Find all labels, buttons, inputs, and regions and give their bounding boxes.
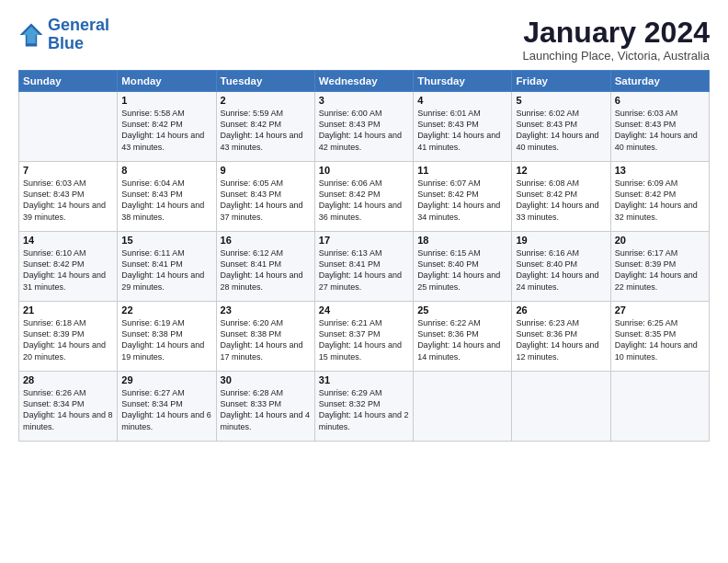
svg-marker-1 xyxy=(23,26,40,43)
day-number: 27 xyxy=(615,304,705,316)
day-number: 7 xyxy=(23,165,113,176)
day-number: 10 xyxy=(319,165,409,176)
day-number: 30 xyxy=(221,374,311,385)
cell-info: Sunrise: 5:59 AMSunset: 8:42 PMDaylight:… xyxy=(221,108,311,153)
cell-info: Sunrise: 6:25 AMSunset: 8:35 PMDaylight:… xyxy=(615,317,705,362)
calendar-body: 1 Sunrise: 5:58 AMSunset: 8:42 PMDayligh… xyxy=(19,92,710,442)
cell-info: Sunrise: 6:26 AMSunset: 8:34 PMDaylight:… xyxy=(23,387,113,432)
day-number: 18 xyxy=(417,235,507,246)
week-row-5: 28 Sunrise: 6:26 AMSunset: 8:34 PMDaylig… xyxy=(19,372,710,442)
cell-w3-d4: 17 Sunrise: 6:13 AMSunset: 8:41 PMDaylig… xyxy=(314,232,413,302)
header: General Blue January 2024 Launching Plac… xyxy=(18,17,710,63)
col-wednesday: Wednesday xyxy=(314,71,413,92)
cell-w3-d7: 20 Sunrise: 6:17 AMSunset: 8:39 PMDaylig… xyxy=(610,232,709,302)
cell-info: Sunrise: 6:09 AMSunset: 8:42 PMDaylight:… xyxy=(615,178,705,223)
day-number: 23 xyxy=(221,304,311,316)
subtitle: Launching Place, Victoria, Australia xyxy=(522,49,710,63)
cell-info: Sunrise: 6:10 AMSunset: 8:42 PMDaylight:… xyxy=(23,247,113,293)
cell-info: Sunrise: 6:22 AMSunset: 8:36 PMDaylight:… xyxy=(417,317,507,362)
day-number: 6 xyxy=(615,95,705,106)
cell-info: Sunrise: 6:20 AMSunset: 8:38 PMDaylight:… xyxy=(221,317,311,362)
day-number: 31 xyxy=(319,374,409,385)
calendar-header: Sunday Monday Tuesday Wednesday Thursday… xyxy=(19,71,710,92)
day-number: 24 xyxy=(319,304,409,316)
cell-w1-d4: 3 Sunrise: 6:00 AMSunset: 8:43 PMDayligh… xyxy=(314,92,413,162)
cell-w1-d7: 6 Sunrise: 6:03 AMSunset: 8:43 PMDayligh… xyxy=(610,92,709,162)
day-number: 20 xyxy=(615,235,705,246)
cell-w5-d6 xyxy=(512,372,610,442)
cell-info: Sunrise: 6:16 AMSunset: 8:40 PMDaylight:… xyxy=(516,247,606,293)
day-number: 17 xyxy=(319,235,409,246)
title-block: January 2024 Launching Place, Victoria, … xyxy=(522,17,710,63)
cell-w2-d5: 11 Sunrise: 6:07 AMSunset: 8:42 PMDaylig… xyxy=(414,162,512,232)
day-number: 2 xyxy=(221,95,311,106)
cell-info: Sunrise: 6:21 AMSunset: 8:37 PMDaylight:… xyxy=(319,317,409,362)
day-number: 8 xyxy=(121,165,211,176)
day-number: 26 xyxy=(516,304,606,316)
day-number: 14 xyxy=(23,235,113,246)
day-number: 19 xyxy=(516,235,606,246)
cell-info: Sunrise: 6:06 AMSunset: 8:42 PMDaylight:… xyxy=(319,178,409,223)
cell-info: Sunrise: 6:12 AMSunset: 8:41 PMDaylight:… xyxy=(221,247,311,293)
cell-w5-d5 xyxy=(414,372,512,442)
cell-info: Sunrise: 6:28 AMSunset: 8:33 PMDaylight:… xyxy=(221,387,311,432)
day-number: 16 xyxy=(221,235,311,246)
col-thursday: Thursday xyxy=(414,71,512,92)
page: General Blue January 2024 Launching Plac… xyxy=(0,0,728,563)
week-row-2: 7 Sunrise: 6:03 AMSunset: 8:43 PMDayligh… xyxy=(19,162,710,232)
cell-info: Sunrise: 6:01 AMSunset: 8:43 PMDaylight:… xyxy=(417,108,507,153)
week-row-4: 21 Sunrise: 6:18 AMSunset: 8:39 PMDaylig… xyxy=(19,302,710,372)
cell-info: Sunrise: 6:29 AMSunset: 8:32 PMDaylight:… xyxy=(319,387,409,432)
cell-w5-d1: 28 Sunrise: 6:26 AMSunset: 8:34 PMDaylig… xyxy=(19,372,118,442)
cell-w1-d6: 5 Sunrise: 6:02 AMSunset: 8:43 PMDayligh… xyxy=(512,92,610,162)
day-number: 15 xyxy=(121,235,211,246)
day-number: 21 xyxy=(23,304,113,316)
cell-info: Sunrise: 6:08 AMSunset: 8:42 PMDaylight:… xyxy=(516,178,606,223)
cell-w4-d5: 25 Sunrise: 6:22 AMSunset: 8:36 PMDaylig… xyxy=(414,302,512,372)
cell-info: Sunrise: 6:13 AMSunset: 8:41 PMDaylight:… xyxy=(319,247,409,293)
header-row: Sunday Monday Tuesday Wednesday Thursday… xyxy=(19,71,710,92)
day-number: 22 xyxy=(121,304,211,316)
cell-info: Sunrise: 6:04 AMSunset: 8:43 PMDaylight:… xyxy=(121,178,211,223)
col-sunday: Sunday xyxy=(19,71,118,92)
cell-w2-d1: 7 Sunrise: 6:03 AMSunset: 8:43 PMDayligh… xyxy=(19,162,118,232)
calendar-table: Sunday Monday Tuesday Wednesday Thursday… xyxy=(18,70,710,442)
logo-icon xyxy=(18,22,44,48)
logo: General Blue xyxy=(18,17,109,53)
cell-w2-d4: 10 Sunrise: 6:06 AMSunset: 8:42 PMDaylig… xyxy=(314,162,413,232)
cell-info: Sunrise: 6:11 AMSunset: 8:41 PMDaylight:… xyxy=(121,247,211,293)
day-number: 28 xyxy=(23,374,113,385)
cell-info: Sunrise: 6:27 AMSunset: 8:34 PMDaylight:… xyxy=(121,387,211,432)
cell-w4-d4: 24 Sunrise: 6:21 AMSunset: 8:37 PMDaylig… xyxy=(314,302,413,372)
cell-info: Sunrise: 6:19 AMSunset: 8:38 PMDaylight:… xyxy=(121,317,211,362)
cell-info: Sunrise: 6:03 AMSunset: 8:43 PMDaylight:… xyxy=(23,178,113,223)
cell-info: Sunrise: 6:05 AMSunset: 8:43 PMDaylight:… xyxy=(221,178,311,223)
cell-info: Sunrise: 6:00 AMSunset: 8:43 PMDaylight:… xyxy=(319,108,409,153)
cell-w5-d7 xyxy=(610,372,709,442)
cell-w2-d2: 8 Sunrise: 6:04 AMSunset: 8:43 PMDayligh… xyxy=(118,162,216,232)
day-number: 12 xyxy=(516,165,606,176)
cell-w3-d2: 15 Sunrise: 6:11 AMSunset: 8:41 PMDaylig… xyxy=(118,232,216,302)
cell-w3-d5: 18 Sunrise: 6:15 AMSunset: 8:40 PMDaylig… xyxy=(414,232,512,302)
cell-w5-d4: 31 Sunrise: 6:29 AMSunset: 8:32 PMDaylig… xyxy=(314,372,413,442)
cell-info: Sunrise: 5:58 AMSunset: 8:42 PMDaylight:… xyxy=(121,108,211,153)
cell-w1-d2: 1 Sunrise: 5:58 AMSunset: 8:42 PMDayligh… xyxy=(118,92,216,162)
cell-w3-d3: 16 Sunrise: 6:12 AMSunset: 8:41 PMDaylig… xyxy=(216,232,314,302)
cell-info: Sunrise: 6:23 AMSunset: 8:36 PMDaylight:… xyxy=(516,317,606,362)
cell-info: Sunrise: 6:17 AMSunset: 8:39 PMDaylight:… xyxy=(615,247,705,293)
cell-w2-d6: 12 Sunrise: 6:08 AMSunset: 8:42 PMDaylig… xyxy=(512,162,610,232)
cell-w2-d3: 9 Sunrise: 6:05 AMSunset: 8:43 PMDayligh… xyxy=(216,162,314,232)
cell-w4-d6: 26 Sunrise: 6:23 AMSunset: 8:36 PMDaylig… xyxy=(512,302,610,372)
day-number: 29 xyxy=(121,374,211,385)
day-number: 5 xyxy=(516,95,606,106)
logo-text: General Blue xyxy=(48,17,109,53)
cell-w5-d2: 29 Sunrise: 6:27 AMSunset: 8:34 PMDaylig… xyxy=(118,372,216,442)
cell-w3-d1: 14 Sunrise: 6:10 AMSunset: 8:42 PMDaylig… xyxy=(19,232,118,302)
day-number: 3 xyxy=(319,95,409,106)
logo-line2: Blue xyxy=(48,34,84,52)
week-row-1: 1 Sunrise: 5:58 AMSunset: 8:42 PMDayligh… xyxy=(19,92,710,162)
cell-w5-d3: 30 Sunrise: 6:28 AMSunset: 8:33 PMDaylig… xyxy=(216,372,314,442)
col-monday: Monday xyxy=(118,71,216,92)
cell-w3-d6: 19 Sunrise: 6:16 AMSunset: 8:40 PMDaylig… xyxy=(512,232,610,302)
day-number: 9 xyxy=(221,165,311,176)
